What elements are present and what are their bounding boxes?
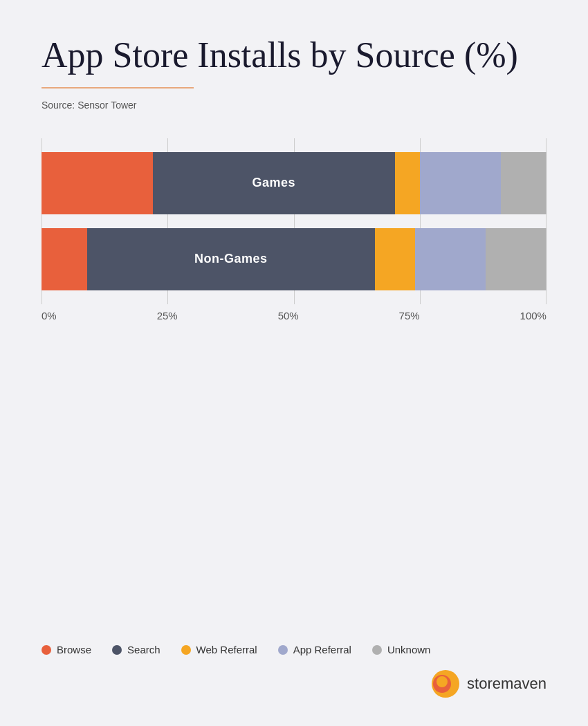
page-title: App Store Installs by Source (%) — [42, 35, 546, 76]
chart-grid: Games Non-Games — [42, 138, 546, 304]
bar-segment-non-games-web_referral — [375, 228, 415, 290]
legend-label-search: Search — [127, 644, 160, 655]
legend-label-app_referral: App Referral — [293, 644, 351, 655]
legend-item-search: Search — [112, 644, 160, 655]
legend-dot-web_referral — [181, 645, 191, 655]
x-tick-label: 0% — [42, 310, 57, 322]
footer: storemaven — [42, 655, 546, 698]
legend-dot-app_referral — [278, 645, 288, 655]
bar-segment-non-games-browse — [42, 228, 87, 290]
legend-item-unknown: Unknown — [372, 644, 431, 655]
page: App Store Installs by Source (%) Source:… — [0, 0, 588, 726]
bar-label-games: Games — [252, 176, 296, 190]
legend-label-browse: Browse — [57, 644, 91, 655]
legend-item-browse: Browse — [42, 644, 91, 655]
bar-segment-non-games-unknown — [486, 228, 546, 290]
bar-segment-games-search: Games — [153, 152, 395, 214]
legend: BrowseSearchWeb ReferralApp ReferralUnkn… — [42, 644, 546, 655]
legend-label-unknown: Unknown — [387, 644, 431, 655]
legend-label-web_referral: Web Referral — [196, 644, 257, 655]
x-tick-label: 25% — [157, 310, 178, 322]
bar-segment-games-web_referral — [395, 152, 421, 214]
legend-dot-unknown — [372, 645, 382, 655]
bars-wrapper: Games Non-Games — [42, 138, 546, 304]
bar-segment-games-unknown — [501, 152, 546, 214]
storemaven-logo-icon — [431, 669, 460, 698]
x-tick-label: 75% — [399, 310, 420, 322]
bar-segment-games-app_referral — [420, 152, 501, 214]
title-divider — [42, 87, 194, 89]
bar-segment-non-games-app_referral — [415, 228, 486, 290]
bar-segment-games-browse — [42, 152, 153, 214]
svg-point-2 — [437, 676, 448, 687]
bar-label-non-games: Non-Games — [194, 252, 268, 266]
bar-row-nongames: Non-Games — [42, 228, 546, 290]
x-tick-label: 100% — [520, 310, 546, 322]
x-axis: 0%25%50%75%100% — [42, 310, 546, 322]
legend-item-web_referral: Web Referral — [181, 644, 257, 655]
source-label: Source: Sensor Tower — [42, 100, 546, 111]
bar-segment-non-games-search: Non-Games — [87, 228, 375, 290]
legend-item-app_referral: App Referral — [278, 644, 351, 655]
logo-area: storemaven — [431, 669, 546, 698]
x-tick-label: 50% — [278, 310, 299, 322]
legend-dot-search — [112, 645, 122, 655]
bar-row-games: Games — [42, 152, 546, 214]
legend-dot-browse — [42, 645, 51, 655]
chart-area: Games Non-Games 0%25%50%75%100% — [42, 138, 546, 609]
logo-text: storemaven — [467, 675, 546, 693]
